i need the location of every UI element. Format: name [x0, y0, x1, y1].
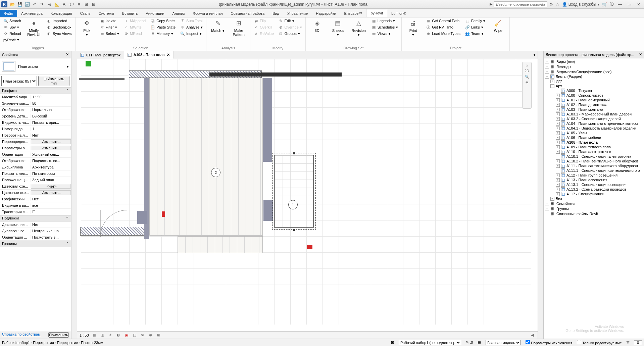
- tab-annotate[interactable]: Аннотации: [142, 10, 168, 17]
- tree-expander-icon[interactable]: +: [556, 141, 560, 144]
- group-underlay[interactable]: Подложка⌃: [0, 215, 71, 221]
- imported-button[interactable]: ◐Imported: [47, 18, 72, 23]
- tree-node[interactable]: +▦Группы: [544, 206, 644, 211]
- views-button[interactable]: ▭Views ▾: [371, 31, 398, 36]
- syncviews-button[interactable]: ◐Sync Views: [47, 31, 72, 36]
- loadmore-button[interactable]: ⊕Load More Types: [426, 31, 460, 36]
- tree-node[interactable]: +А117 - Спецификации: [544, 192, 644, 196]
- nav-2d-icon[interactable]: 2D: [525, 69, 529, 73]
- tree-node[interactable]: А110.1 - Спецификация электроточек: [544, 154, 644, 159]
- tree-node[interactable]: +А106 - План мебели: [544, 135, 644, 140]
- property-row[interactable]: ДисциплинаАрхитектура: [0, 164, 71, 170]
- open-icon[interactable]: 📂: [9, 1, 15, 7]
- browser-tree[interactable]: +▦Виды (все)+▦Легенды+▦Ведомости/Специфи…: [544, 58, 644, 339]
- text-icon[interactable]: A: [61, 1, 67, 7]
- wall[interactable]: [79, 78, 125, 80]
- tree-node[interactable]: +А112 - План групп освещения: [544, 173, 644, 178]
- recent-arrow-icon[interactable]: ▶: [490, 2, 492, 6]
- tree-node[interactable]: +А108 - План пола: [544, 140, 644, 145]
- tab-steel[interactable]: Сталь: [76, 10, 95, 17]
- wall[interactable]: [209, 72, 342, 77]
- getrvt-button[interactable]: ⓘGet RVT Info: [426, 25, 460, 30]
- restore-icon[interactable]: ▭: [626, 2, 633, 7]
- visual-style-icon[interactable]: ◫: [100, 333, 105, 338]
- property-value[interactable]: Высокий: [31, 114, 71, 118]
- team-button[interactable]: 👥Team ▾: [465, 31, 485, 36]
- editable-only-icon[interactable]: ✎ :0: [466, 340, 473, 345]
- sunpath-icon[interactable]: ☀: [108, 333, 113, 338]
- property-value[interactable]: Нет: [31, 133, 71, 137]
- spy-button[interactable]: 👁Spy ▾: [3, 25, 21, 30]
- tree-expander-icon[interactable]: +: [556, 117, 560, 121]
- property-value[interactable]: Архитектура: [31, 165, 71, 169]
- property-row[interactable]: Номер вида1: [0, 126, 71, 132]
- design-option-icon[interactable]: ▦: [478, 340, 481, 345]
- property-row[interactable]: Отображение...Подчистить вс...: [0, 158, 71, 164]
- canvas-scrollbar[interactable]: [538, 51, 543, 339]
- sumtotal-button[interactable]: ΣSum Total: [180, 18, 203, 23]
- property-value[interactable]: Подчистить вс...: [31, 159, 71, 163]
- view-tab-1[interactable]: 011 План разверток: [77, 52, 124, 58]
- tab-insert[interactable]: Вставить: [118, 10, 142, 17]
- tab-close-icon[interactable]: ✕: [167, 53, 170, 57]
- filter-button[interactable]: ▽Filter ▾: [100, 25, 119, 30]
- tree-expander-icon[interactable]: +: [556, 103, 560, 107]
- tree-expander-icon[interactable]: +: [556, 108, 560, 111]
- property-row[interactable]: Видимость ча...Показать ориг...: [0, 119, 71, 126]
- family-button[interactable]: ⬚Family ▾: [465, 18, 485, 23]
- makepattern-button[interactable]: ⊞Make Pattern: [231, 18, 247, 37]
- reveal-icon[interactable]: ⊕: [148, 333, 153, 338]
- mappend-button[interactable]: +MAppend: [124, 18, 146, 23]
- revision-button[interactable]: △Revision▾: [351, 18, 367, 37]
- property-value[interactable]: Нет: [31, 197, 71, 201]
- override-button[interactable]: ⊘Override ▾: [279, 25, 302, 30]
- property-row[interactable]: Диапазон: ни...Нет: [0, 221, 71, 228]
- property-value[interactable]: Посмотреть в...: [31, 235, 71, 239]
- canvas[interactable]: 2 1 ⌂ 2D 🔍 ✥: [77, 59, 538, 331]
- groups-button[interactable]: ⊡Groups ▾: [279, 31, 302, 36]
- property-grid[interactable]: Графика⌃ Масштаб вида1 : 50Значение мас.…: [0, 88, 71, 331]
- property-value[interactable]: Нет: [31, 223, 71, 227]
- type-selector[interactable]: План этажа ▾: [0, 58, 71, 75]
- copystate-button[interactable]: ⿻Copy State: [150, 18, 176, 23]
- view-tab-2[interactable]: A108 - План пола ✕: [124, 51, 174, 59]
- properties-scrollbar[interactable]: [71, 51, 77, 339]
- crop-handle[interactable]: [293, 152, 295, 154]
- exclude-check[interactable]: Параметры исключения: [526, 340, 572, 345]
- hide-icon[interactable]: 👁: [140, 333, 145, 338]
- minify-button[interactable]: ●Minify Revit UI: [26, 18, 42, 37]
- tree-expander-icon[interactable]: +: [556, 98, 560, 102]
- property-value[interactable]: Изменить...: [31, 139, 71, 144]
- tree-node[interactable]: +А113 - План освещения: [544, 178, 644, 182]
- tab-manage[interactable]: Управление: [283, 10, 312, 17]
- property-value[interactable]: Изменить...: [31, 146, 71, 150]
- workset-select[interactable]: Рабочий набор1 (не подлежит р: [399, 340, 461, 345]
- scroll-left-icon[interactable]: ◀: [530, 333, 535, 338]
- schedules-button[interactable]: ▤Schedules ▾: [371, 25, 398, 30]
- property-value[interactable]: Показать ориг...: [31, 120, 71, 125]
- print-icon[interactable]: 🖨: [46, 1, 52, 7]
- property-row[interactable]: Уровень дета...Высокий: [0, 113, 71, 119]
- property-row[interactable]: Ориентация ...Посмотреть в...: [0, 234, 71, 241]
- tab-view[interactable]: Вид: [268, 10, 283, 17]
- tree-expander-icon[interactable]: +: [556, 145, 560, 149]
- tree-expander-icon[interactable]: +: [556, 178, 560, 182]
- property-row[interactable]: Положение ц...Задний план: [0, 177, 71, 183]
- property-value[interactable]: 1 : 50: [31, 95, 71, 99]
- tree-expander-icon[interactable]: +: [550, 197, 554, 201]
- legends-button[interactable]: ▦Legends ▾: [371, 18, 398, 23]
- tab-collaborate[interactable]: Совместная работа: [227, 10, 268, 17]
- floor-finish[interactable]: [178, 236, 263, 253]
- tree-node[interactable]: +▦Виды (все): [544, 59, 644, 64]
- workset-icon[interactable]: ⊞: [391, 340, 394, 345]
- inspect-button[interactable]: 🔍Inspect ▾: [180, 31, 203, 36]
- shadows-icon[interactable]: ◐: [116, 333, 121, 338]
- nav-zoom-icon[interactable]: 🔍: [525, 75, 529, 79]
- tree-node[interactable]: +???: [544, 79, 644, 84]
- undo-icon[interactable]: ↶: [32, 1, 38, 7]
- crop-icon[interactable]: ▣: [124, 333, 129, 338]
- links-button[interactable]: 🔗Links ▾: [465, 25, 485, 30]
- property-value[interactable]: ☐: [31, 210, 71, 214]
- comm-icon[interactable]: ⚙: [549, 2, 553, 7]
- search-button[interactable]: 🔍Search: [3, 18, 21, 23]
